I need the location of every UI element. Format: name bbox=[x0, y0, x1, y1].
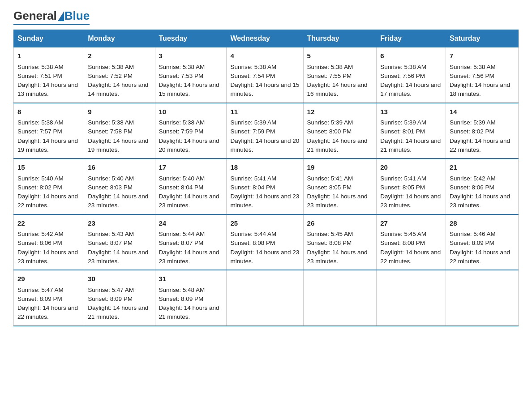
sunrise-label: Sunrise: 5:39 AM bbox=[380, 119, 426, 126]
daylight-label: Daylight: 14 hours and 22 minutes. bbox=[450, 137, 510, 153]
day-number: 27 bbox=[380, 218, 442, 229]
day-number: 6 bbox=[380, 51, 442, 61]
sunrise-label: Sunrise: 5:46 AM bbox=[450, 231, 496, 237]
calendar-cell bbox=[377, 270, 446, 326]
calendar-week-5: 29Sunrise: 5:47 AMSunset: 8:09 PMDayligh… bbox=[14, 270, 519, 326]
sunrise-label: Sunrise: 5:40 AM bbox=[159, 175, 205, 182]
daylight-label: Daylight: 14 hours and 23 minutes. bbox=[307, 193, 368, 209]
day-number: 31 bbox=[159, 274, 223, 284]
sunset-label: Sunset: 7:53 PM bbox=[159, 73, 204, 79]
day-number: 25 bbox=[230, 218, 299, 229]
calendar-body: 1Sunrise: 5:38 AMSunset: 7:51 PMDaylight… bbox=[14, 47, 519, 326]
sunrise-label: Sunrise: 5:38 AM bbox=[88, 119, 134, 126]
day-number: 19 bbox=[307, 163, 373, 173]
logo-blue-text: Blue bbox=[64, 9, 90, 23]
calendar-cell: 31Sunrise: 5:48 AMSunset: 8:09 PMDayligh… bbox=[155, 270, 227, 326]
weekday-header-sunday: Sunday bbox=[14, 30, 84, 47]
sunset-label: Sunset: 8:09 PM bbox=[450, 240, 494, 246]
day-number: 17 bbox=[159, 163, 223, 173]
sunrise-label: Sunrise: 5:45 AM bbox=[307, 231, 353, 237]
weekday-header-monday: Monday bbox=[84, 30, 155, 47]
weekday-header-tuesday: Tuesday bbox=[155, 30, 227, 47]
calendar-cell: 17Sunrise: 5:40 AMSunset: 8:04 PMDayligh… bbox=[155, 158, 227, 214]
sunrise-label: Sunrise: 5:44 AM bbox=[230, 231, 276, 237]
sunset-label: Sunset: 8:00 PM bbox=[307, 128, 352, 135]
calendar-week-3: 15Sunrise: 5:40 AMSunset: 8:02 PMDayligh… bbox=[14, 158, 519, 214]
day-number: 12 bbox=[307, 107, 373, 117]
sunrise-label: Sunrise: 5:40 AM bbox=[88, 175, 134, 182]
sunset-label: Sunset: 8:05 PM bbox=[380, 184, 425, 191]
daylight-label: Daylight: 14 hours and 23 minutes. bbox=[159, 249, 219, 265]
day-number: 20 bbox=[380, 163, 442, 173]
calendar-cell: 2Sunrise: 5:38 AMSunset: 7:52 PMDaylight… bbox=[84, 47, 155, 103]
day-number: 29 bbox=[17, 274, 80, 284]
day-number: 5 bbox=[307, 51, 373, 61]
calendar-cell: 24Sunrise: 5:44 AMSunset: 8:07 PMDayligh… bbox=[155, 214, 227, 270]
sunrise-label: Sunrise: 5:38 AM bbox=[159, 64, 205, 70]
sunrise-label: Sunrise: 5:48 AM bbox=[159, 287, 205, 293]
daylight-label: Daylight: 14 hours and 23 minutes. bbox=[230, 193, 299, 209]
sunset-label: Sunset: 7:58 PM bbox=[88, 128, 133, 135]
day-number: 3 bbox=[159, 51, 223, 61]
day-number: 2 bbox=[88, 51, 151, 61]
sunset-label: Sunset: 8:06 PM bbox=[450, 184, 494, 191]
day-number: 23 bbox=[88, 218, 151, 229]
daylight-label: Daylight: 14 hours and 22 minutes. bbox=[380, 249, 441, 265]
day-number: 21 bbox=[450, 163, 515, 173]
logo-general-text: General bbox=[13, 9, 57, 23]
sunset-label: Sunset: 7:56 PM bbox=[450, 73, 494, 79]
daylight-label: Daylight: 14 hours and 23 minutes. bbox=[159, 193, 219, 209]
sunset-label: Sunset: 8:09 PM bbox=[17, 295, 62, 302]
calendar-cell: 8Sunrise: 5:38 AMSunset: 7:57 PMDaylight… bbox=[14, 103, 84, 159]
sunrise-label: Sunrise: 5:38 AM bbox=[380, 64, 426, 70]
calendar-cell: 14Sunrise: 5:39 AMSunset: 8:02 PMDayligh… bbox=[446, 103, 518, 159]
calendar-cell: 7Sunrise: 5:38 AMSunset: 7:56 PMDaylight… bbox=[446, 47, 518, 103]
sunset-label: Sunset: 7:57 PM bbox=[17, 128, 62, 135]
sunrise-label: Sunrise: 5:38 AM bbox=[450, 64, 496, 70]
sunrise-label: Sunrise: 5:40 AM bbox=[17, 175, 64, 182]
sunset-label: Sunset: 8:04 PM bbox=[230, 184, 275, 191]
calendar-cell: 29Sunrise: 5:47 AMSunset: 8:09 PMDayligh… bbox=[14, 270, 84, 326]
calendar-cell: 4Sunrise: 5:38 AMSunset: 7:54 PMDaylight… bbox=[227, 47, 303, 103]
calendar-cell: 10Sunrise: 5:38 AMSunset: 7:59 PMDayligh… bbox=[155, 103, 227, 159]
daylight-label: Daylight: 14 hours and 23 minutes. bbox=[380, 193, 441, 209]
calendar-cell: 15Sunrise: 5:40 AMSunset: 8:02 PMDayligh… bbox=[14, 158, 84, 214]
sunset-label: Sunset: 7:59 PM bbox=[230, 128, 275, 135]
sunrise-label: Sunrise: 5:39 AM bbox=[230, 119, 276, 126]
day-number: 11 bbox=[230, 107, 299, 117]
weekday-header-wednesday: Wednesday bbox=[227, 30, 303, 47]
sunrise-label: Sunrise: 5:44 AM bbox=[159, 231, 205, 237]
daylight-label: Daylight: 14 hours and 23 minutes. bbox=[88, 249, 148, 265]
calendar-cell bbox=[303, 270, 377, 326]
calendar-cell: 16Sunrise: 5:40 AMSunset: 8:03 PMDayligh… bbox=[84, 158, 155, 214]
sunrise-label: Sunrise: 5:38 AM bbox=[88, 64, 134, 70]
daylight-label: Daylight: 14 hours and 15 minutes. bbox=[159, 81, 219, 97]
calendar-cell: 9Sunrise: 5:38 AMSunset: 7:58 PMDaylight… bbox=[84, 103, 155, 159]
weekday-header-saturday: Saturday bbox=[446, 30, 518, 47]
daylight-label: Daylight: 14 hours and 18 minutes. bbox=[450, 81, 510, 97]
day-number: 22 bbox=[17, 218, 80, 229]
sunrise-label: Sunrise: 5:39 AM bbox=[307, 119, 353, 126]
calendar-cell: 5Sunrise: 5:38 AMSunset: 7:55 PMDaylight… bbox=[303, 47, 377, 103]
calendar-cell: 18Sunrise: 5:41 AMSunset: 8:04 PMDayligh… bbox=[227, 158, 303, 214]
daylight-label: Daylight: 14 hours and 20 minutes. bbox=[230, 137, 299, 153]
daylight-label: Daylight: 14 hours and 22 minutes. bbox=[450, 249, 510, 265]
calendar-week-4: 22Sunrise: 5:42 AMSunset: 8:06 PMDayligh… bbox=[14, 214, 519, 270]
sunset-label: Sunset: 8:09 PM bbox=[159, 295, 204, 302]
sunset-label: Sunset: 8:05 PM bbox=[307, 184, 352, 191]
sunrise-label: Sunrise: 5:41 AM bbox=[380, 175, 426, 182]
daylight-label: Daylight: 14 hours and 19 minutes. bbox=[88, 137, 148, 153]
sunset-label: Sunset: 8:07 PM bbox=[159, 240, 204, 246]
sunset-label: Sunset: 8:08 PM bbox=[380, 240, 425, 246]
sunset-label: Sunset: 7:51 PM bbox=[17, 73, 62, 79]
logo: GeneralBlue bbox=[13, 9, 90, 25]
daylight-label: Daylight: 14 hours and 23 minutes. bbox=[88, 193, 148, 209]
calendar-week-2: 8Sunrise: 5:38 AMSunset: 7:57 PMDaylight… bbox=[14, 103, 519, 159]
sunset-label: Sunset: 8:08 PM bbox=[230, 240, 275, 246]
daylight-label: Daylight: 14 hours and 16 minutes. bbox=[307, 81, 368, 97]
daylight-label: Daylight: 14 hours and 20 minutes. bbox=[159, 137, 219, 153]
page-header: GeneralBlue bbox=[13, 9, 519, 25]
calendar-cell: 22Sunrise: 5:42 AMSunset: 8:06 PMDayligh… bbox=[14, 214, 84, 270]
sunrise-label: Sunrise: 5:47 AM bbox=[17, 287, 64, 293]
sunrise-label: Sunrise: 5:39 AM bbox=[450, 119, 496, 126]
